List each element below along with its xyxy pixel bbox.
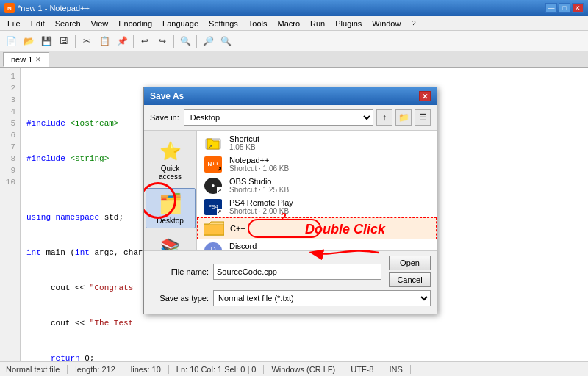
dialog-sidebar: ⭐ Quick access 🗂️ Desktop 📚 Libraries 💻 — [144, 131, 197, 250]
ps4-file-detail: Shortcut · 2.00 KB — [229, 207, 431, 215]
filename-row: File name: Open Cancel — [150, 256, 431, 287]
npp-file-detail: Shortcut · 1.06 KB — [229, 164, 431, 173]
sidebar-desktop-label: Desktop — [157, 217, 184, 225]
dialog-close-button[interactable]: ✕ — [419, 91, 431, 101]
filename-label: File name: — [150, 267, 209, 276]
file-item-cpp[interactable]: C++ — [197, 217, 437, 239]
desktop-icon: 🗂️ — [159, 192, 182, 215]
dialog-body: ⭐ Quick access 🗂️ Desktop 📚 Libraries 💻 — [144, 130, 437, 250]
file-item-discord[interactable]: D ↗ Discord Shortcut · 2.18 KB — [197, 239, 437, 250]
file-item-obs[interactable]: ● ↗ OBS Studio Shortcut · 1.25 KB — [197, 175, 437, 196]
cpp-folder-icon — [204, 220, 224, 236]
save-in-label: Save in: — [150, 113, 179, 122]
sidebar-quickaccess-label: Quick access — [150, 164, 191, 181]
dialog-title-bar: Save As ✕ — [144, 87, 437, 105]
quickaccess-icon: ⭐ — [159, 140, 182, 163]
svg-marker-4 — [204, 225, 224, 235]
file-item-ps4[interactable]: PS4 ↗ PS4 Remote Play Shortcut · 2.00 KB — [197, 196, 437, 217]
obs-file-icon: ● ↗ — [203, 178, 223, 194]
svg-text:↗: ↗ — [208, 144, 212, 149]
dialog-bottom: File name: Open Cancel Save as type: Nor… — [144, 250, 437, 314]
sidebar-item-quickaccess[interactable]: ⭐ Quick access — [146, 137, 196, 184]
discord-file-name: Discord — [229, 242, 431, 250]
dialog-toolbar: Save in: Desktop ↑ 📁 ☰ — [144, 105, 437, 130]
nav-view-button[interactable]: ☰ — [415, 109, 431, 126]
filename-input[interactable] — [213, 264, 381, 280]
savetype-label: Save as type: — [150, 294, 209, 303]
shortcut-file-name: Shortcut — [229, 134, 431, 143]
dialog-buttons: Open Cancel — [389, 256, 431, 287]
open-button[interactable]: Open — [389, 256, 431, 270]
dialog-overlay: Save As ✕ Save in: Desktop ↑ 📁 ☰ ⭐ — [0, 0, 588, 376]
save-as-dialog: Save As ✕ Save in: Desktop ↑ 📁 ☰ ⭐ — [143, 87, 437, 314]
savetype-row: Save as type: Normal text file (*.txt) — [150, 290, 431, 306]
obs-file-name: OBS Studio — [229, 177, 431, 186]
nav-up-button[interactable]: ↑ — [376, 109, 392, 126]
dialog-file-list: ↗ Shortcut 1.05 KB N++ ↗ — [197, 131, 437, 250]
sidebar-item-libraries[interactable]: 📚 Libraries — [146, 233, 196, 250]
dialog-title-text: Save As — [150, 91, 184, 101]
file-item-shortcut[interactable]: ↗ Shortcut 1.05 KB — [197, 132, 437, 153]
discord-file-icon: D ↗ — [203, 242, 223, 251]
npp-file-name: Notepad++ — [229, 156, 431, 164]
shortcut-file-detail: 1.05 KB — [229, 143, 431, 151]
discord-file-info: Discord Shortcut · 2.18 KB — [229, 242, 431, 250]
notepad-window: N *new 1 - Notepad++ — □ ✕ File Edit Sea… — [0, 0, 588, 376]
ps4-file-name: PS4 Remote Play — [229, 198, 431, 207]
nav-new-folder-button[interactable]: 📁 — [395, 109, 412, 126]
cpp-folder-name: C++ — [230, 224, 430, 233]
savetype-dropdown[interactable]: Normal text file (*.txt) — [213, 290, 431, 306]
ps4-file-icon: PS4 ↗ — [203, 199, 223, 215]
obs-file-detail: Shortcut · 1.25 KB — [229, 186, 431, 194]
cancel-button[interactable]: Cancel — [389, 272, 431, 287]
obs-file-info: OBS Studio Shortcut · 1.25 KB — [229, 177, 431, 194]
cpp-folder-info: C++ — [230, 224, 430, 233]
libraries-icon: 📚 — [159, 236, 182, 250]
ps4-file-info: PS4 Remote Play Shortcut · 2.00 KB — [229, 198, 431, 215]
file-item-notepadpp[interactable]: N++ ↗ Notepad++ Shortcut · 1.06 KB — [197, 153, 437, 175]
npp-file-info: Notepad++ Shortcut · 1.06 KB — [229, 156, 431, 173]
shortcut-file-info: Shortcut 1.05 KB — [229, 134, 431, 151]
sidebar-item-desktop[interactable]: 🗂️ Desktop — [146, 188, 196, 228]
shortcut-file-icon: ↗ — [203, 135, 223, 151]
save-in-dropdown[interactable]: Desktop — [184, 109, 373, 126]
npp-file-icon: N++ ↗ — [203, 156, 223, 173]
